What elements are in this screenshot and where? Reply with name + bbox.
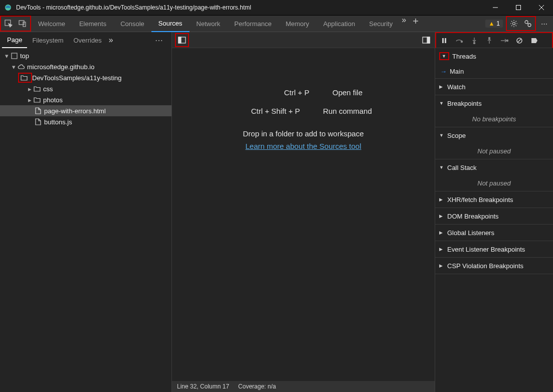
hide-navigator-icon[interactable] [176, 35, 188, 46]
sidebar-tab-page[interactable]: Page [2, 32, 27, 48]
section-dom-header[interactable]: ▶DOM Breakpoints [435, 208, 553, 224]
svg-point-20 [461, 41, 463, 42]
app-icon [4, 4, 12, 12]
gear-icon[interactable] [508, 18, 519, 29]
section-call-stack-header[interactable]: ▼Call Stack [435, 159, 553, 175]
pause-on-exceptions-icon[interactable] [529, 36, 539, 46]
caret-right-icon: ▶ [439, 214, 444, 219]
tab-performance[interactable]: Performance [227, 16, 278, 32]
section-breakpoints-label: Breakpoints [447, 100, 482, 107]
section-event-header[interactable]: ▶Event Listener Breakpoints [435, 241, 553, 257]
tab-memory[interactable]: Memory [279, 16, 316, 32]
svg-rect-13 [12, 53, 17, 59]
window-controls [484, 0, 553, 15]
warning-chip[interactable]: ▲1 [485, 20, 503, 28]
deactivate-breakpoints-icon[interactable] [514, 36, 524, 46]
section-breakpoints-header[interactable]: ▼Breakpoints [435, 95, 553, 111]
svg-point-24 [489, 37, 490, 39]
warning-icon: ▲ [488, 20, 494, 27]
section-global-label: Global Listeners [447, 229, 494, 237]
section-global-header[interactable]: ▶Global Listeners [435, 225, 553, 241]
section-xhr-label: XHR/fetch Breakpoints [447, 196, 513, 204]
svg-rect-17 [427, 37, 430, 43]
toolbar-right: ▲1 ⋯ [485, 16, 553, 32]
element-picker-icon[interactable] [3, 18, 14, 29]
tree-folder-main-label: DevToolsSamples/a11y-testing [32, 74, 121, 82]
section-threads: ▼ Threads → Main [435, 48, 553, 79]
debugger-controls [435, 32, 553, 48]
device-emulation-icon[interactable] [17, 18, 28, 29]
section-scope-header[interactable]: ▼Scope [435, 127, 553, 143]
section-csp-header[interactable]: ▶CSP Violation Breakpoints [435, 258, 553, 274]
folder-icon [20, 74, 28, 82]
editor-toolbar [172, 32, 435, 48]
hint-drop-folder: Drop in a folder to add to workspace [243, 129, 364, 138]
tab-welcome[interactable]: Welcome [31, 16, 72, 32]
learn-more-link[interactable]: Learn more about the Sources tool [246, 142, 361, 150]
section-threads-header[interactable]: ▼ Threads [435, 48, 553, 64]
caret-down-icon: ▼ [442, 54, 447, 59]
tab-security[interactable]: Security [362, 16, 400, 32]
tab-sources[interactable]: Sources [151, 16, 190, 32]
thread-main[interactable]: → Main [435, 64, 553, 78]
tree-folder-css[interactable]: ▸css [0, 83, 171, 94]
caret-right-icon: ▶ [439, 263, 444, 268]
tree-top[interactable]: ▾top [0, 50, 171, 61]
section-csp: ▶CSP Violation Breakpoints [435, 258, 553, 274]
hide-debugger-icon[interactable] [421, 35, 432, 46]
section-global: ▶Global Listeners [435, 225, 553, 241]
sidebar-tabs: Page Filesystem Overrides » ⋯ [0, 32, 171, 48]
minimize-button[interactable] [484, 0, 507, 16]
sidebar-more-tabs-icon[interactable]: » [107, 36, 115, 45]
more-tabs-icon[interactable]: » [400, 16, 408, 32]
tab-elements[interactable]: Elements [72, 16, 113, 32]
close-button[interactable] [530, 0, 553, 16]
step-over-icon[interactable] [454, 36, 464, 46]
svg-point-26 [507, 40, 508, 41]
sidebar-tab-overrides[interactable]: Overrides [69, 32, 107, 48]
folder-icon [33, 85, 41, 93]
svg-rect-18 [442, 38, 444, 43]
tree-folder-main[interactable]: DevToolsSamples/a11y-testing [0, 72, 171, 83]
svg-point-22 [474, 42, 475, 44]
inspector-tools-group [0, 16, 31, 32]
caret-right-icon: ▸ [26, 85, 33, 93]
section-dom-label: DOM Breakpoints [447, 213, 499, 220]
caret-down-icon: ▼ [439, 101, 444, 106]
step-icon[interactable] [499, 36, 509, 46]
editor-pane: Ctrl + P Open file Ctrl + Shift + P Run … [172, 32, 435, 392]
section-watch: ▶Watch [435, 79, 553, 95]
tree-host[interactable]: ▾microsoftedge.github.io [0, 61, 171, 72]
pause-icon[interactable] [439, 36, 449, 46]
step-into-icon[interactable] [469, 36, 479, 46]
tree-file-js[interactable]: buttons.js [0, 116, 171, 127]
tab-network[interactable]: Network [190, 16, 228, 32]
hint-run-command: Ctrl + Shift + P Run command [235, 107, 372, 115]
tree-folder-photos[interactable]: ▸photos [0, 94, 171, 105]
activity-icon[interactable] [522, 18, 533, 29]
maximize-button[interactable] [507, 0, 530, 16]
section-csp-label: CSP Violation Breakpoints [447, 262, 523, 270]
folder-icon [33, 96, 41, 104]
svg-rect-19 [445, 38, 446, 43]
tree-css-label: css [43, 85, 53, 93]
svg-point-10 [513, 23, 515, 25]
tab-console[interactable]: Console [113, 16, 151, 32]
section-watch-label: Watch [447, 83, 465, 91]
hint-run-command-kbd: Ctrl + Shift + P [235, 107, 300, 115]
kebab-icon[interactable]: ⋯ [539, 18, 550, 29]
section-watch-header[interactable]: ▶Watch [435, 79, 553, 95]
section-breakpoints-body: No breakpoints [435, 111, 553, 127]
sidebar-tab-filesystem[interactable]: Filesystem [27, 32, 68, 48]
caret-right-icon: ▶ [439, 84, 444, 89]
file-tree: ▾top ▾microsoftedge.github.io DevToolsSa… [0, 48, 171, 392]
new-tab-icon[interactable] [410, 16, 421, 27]
svg-rect-2 [516, 6, 521, 10]
tab-application[interactable]: Application [316, 16, 362, 32]
step-out-icon[interactable] [484, 36, 494, 46]
panel-tabs: Welcome Elements Console Sources Network… [31, 16, 485, 32]
section-xhr-header[interactable]: ▶XHR/fetch Breakpoints [435, 191, 553, 208]
caret-down-icon: ▼ [439, 133, 444, 138]
sidebar-kebab-icon[interactable]: ⋯ [149, 36, 169, 45]
tree-file-html[interactable]: page-with-errors.html [0, 105, 171, 116]
